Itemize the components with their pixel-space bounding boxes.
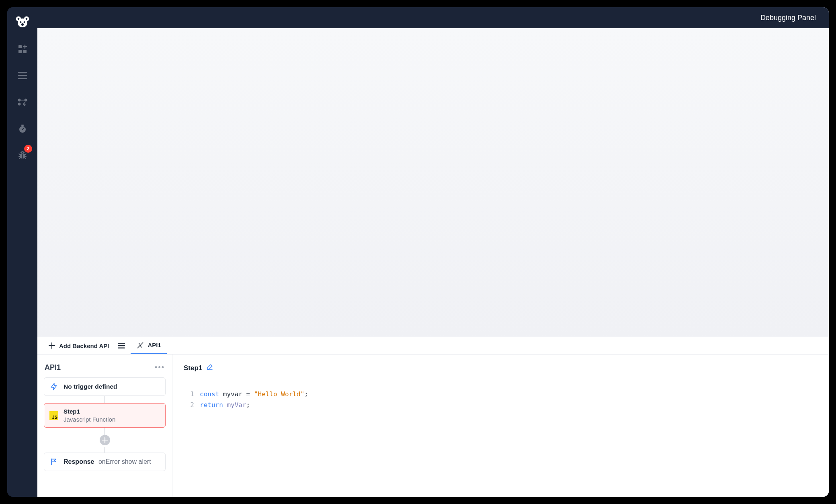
editor-panel: Step1 1const myvar = "Hello World";2retu… — [172, 354, 829, 497]
step-node[interactable]: JS Step1 Javascript Function — [44, 403, 166, 428]
code-line: 2return myVar; — [184, 400, 818, 410]
main-area: Debugging Panel Add Backend API — [37, 7, 829, 497]
response-detail: onError show alert — [98, 458, 151, 465]
add-backend-api-button[interactable]: Add Backend API — [43, 337, 115, 354]
svg-point-4 — [18, 18, 27, 27]
left-rail: 2 — [7, 7, 37, 497]
workflow-icon — [18, 98, 27, 106]
code-content: const myvar = "Hello World"; — [200, 389, 308, 400]
trigger-node-label: No trigger defined — [64, 383, 117, 390]
svg-rect-8 — [18, 45, 22, 48]
svg-rect-13 — [18, 78, 27, 79]
rename-step-button[interactable] — [206, 363, 213, 373]
svg-rect-22 — [118, 345, 125, 346]
svg-point-2 — [17, 18, 19, 20]
plug-icon — [136, 341, 144, 349]
koala-icon — [16, 16, 29, 28]
app-logo — [16, 15, 29, 29]
list-icon — [118, 343, 125, 348]
top-bar: Debugging Panel — [37, 7, 829, 28]
javascript-icon: JS — [49, 411, 58, 420]
debug-badge: 2 — [24, 145, 32, 153]
svg-point-3 — [25, 18, 27, 20]
step-node-title: Step1 — [64, 408, 115, 416]
plus-icon — [49, 342, 55, 349]
svg-point-7 — [21, 23, 23, 26]
tab-list-button[interactable] — [115, 337, 128, 354]
svg-point-16 — [18, 103, 20, 106]
bolt-icon — [50, 383, 58, 391]
add-backend-api-label: Add Backend API — [59, 342, 109, 349]
svg-rect-21 — [118, 343, 125, 344]
blocks-plus-icon — [18, 45, 27, 53]
svg-rect-23 — [118, 347, 125, 348]
flow-panel: API1 ••• No trigger defined JS — [37, 354, 172, 497]
response-label: Response — [64, 458, 94, 465]
svg-rect-10 — [23, 50, 27, 53]
plus-small-icon — [102, 437, 108, 443]
svg-point-6 — [23, 21, 25, 23]
line-number: 1 — [184, 389, 200, 400]
svg-point-15 — [24, 99, 27, 102]
page-title: Debugging Panel — [760, 14, 816, 22]
svg-point-14 — [18, 99, 20, 102]
code-editor[interactable]: 1const myvar = "Hello World";2return myV… — [184, 389, 818, 410]
code-content: return myVar; — [200, 400, 250, 410]
rail-item-debug[interactable]: 2 — [14, 147, 31, 163]
svg-rect-18 — [21, 125, 24, 126]
tab-api1[interactable]: API1 — [131, 337, 166, 354]
flag-icon — [50, 458, 58, 466]
rail-item-workflow[interactable] — [14, 94, 31, 110]
workspace: API1 ••• No trigger defined JS — [37, 354, 829, 497]
step-node-subtitle: Javascript Function — [64, 416, 115, 424]
response-node[interactable]: Response onError show alert — [44, 453, 166, 471]
pencil-icon — [206, 363, 213, 371]
svg-rect-11 — [18, 72, 27, 73]
tab-api1-label: API1 — [148, 342, 161, 348]
trigger-node[interactable]: No trigger defined — [44, 377, 166, 396]
api-tabstrip: Add Backend API API1 — [37, 337, 829, 354]
line-number: 2 — [184, 400, 200, 410]
rail-item-list[interactable] — [14, 68, 31, 84]
editor-step-title: Step1 — [184, 364, 202, 372]
api-more-button[interactable]: ••• — [155, 363, 165, 372]
menu-icon — [18, 72, 27, 79]
stopwatch-icon — [18, 124, 27, 133]
svg-point-5 — [20, 21, 21, 23]
rail-item-timer[interactable] — [14, 121, 31, 137]
code-line: 1const myvar = "Hello World"; — [184, 389, 818, 400]
rail-item-widgets[interactable] — [14, 41, 31, 57]
svg-rect-9 — [18, 50, 22, 53]
svg-rect-12 — [18, 75, 27, 76]
api-title: API1 — [45, 363, 61, 372]
add-step-button[interactable] — [100, 435, 110, 445]
canvas-area — [37, 28, 829, 337]
